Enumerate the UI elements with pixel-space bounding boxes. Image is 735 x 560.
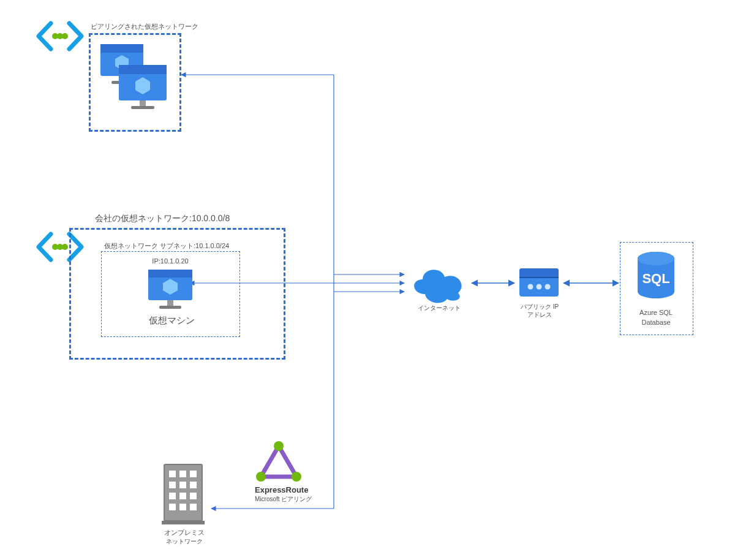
peered-vm-icon [97,44,170,120]
peered-vnet-title: ピアリングされた仮想ネットワーク [91,22,201,31]
svg-rect-52 [169,493,176,499]
svg-point-38 [638,252,674,265]
expressroute-sub: Microsoft ピアリング [255,495,312,504]
svg-point-42 [292,472,301,482]
public-ip-label2: アドレス [518,311,561,319]
svg-rect-20 [140,100,146,106]
onprem-label1: オンプレミス [157,528,212,537]
subnet-title: 仮想ネットワーク サブネット:10.1.0.0/24 [104,241,229,251]
svg-point-25 [62,244,68,250]
internet-icon [405,262,473,308]
svg-rect-46 [169,471,176,477]
sql-icon: SQL [634,251,678,308]
svg-rect-14 [100,44,143,53]
vm-icon [145,267,196,317]
svg-rect-50 [179,482,186,488]
svg-rect-58 [162,521,205,524]
svg-rect-51 [190,482,197,488]
svg-rect-27 [148,270,192,278]
svg-text:SQL: SQL [642,271,669,286]
svg-point-34 [528,284,533,290]
expressroute-icon [255,441,303,486]
onprem-icon [158,461,211,531]
svg-rect-57 [190,504,197,510]
internet-label: インターネット [417,304,462,312]
svg-rect-55 [169,504,176,510]
company-vnet-title: 会社の仮想ネットワーク:10.0.0.0/8 [95,213,230,224]
diagram-canvas: ピアリングされた仮想ネットワーク 会社の仮想ネットワーク:10.0.0.0/8 … [0,0,735,560]
svg-rect-47 [179,471,186,477]
sql-label2: Database [620,319,692,326]
svg-rect-53 [179,493,186,499]
svg-rect-56 [179,504,186,510]
svg-point-12 [57,33,63,39]
vm-label: 仮想マシン [129,315,214,327]
svg-rect-33 [519,277,559,278]
svg-point-35 [537,284,542,290]
svg-rect-54 [190,493,197,499]
svg-rect-28 [167,300,173,306]
sql-label1: Azure SQL [620,309,692,316]
svg-rect-19 [119,65,167,74]
svg-point-41 [274,441,284,451]
svg-rect-21 [131,106,154,109]
vm-ip-label: IP:10.1.0.20 [143,257,198,265]
svg-rect-32 [519,268,559,278]
svg-point-43 [256,472,266,482]
public-ip-icon [516,265,562,304]
svg-point-36 [545,284,551,290]
svg-rect-48 [190,471,197,477]
public-ip-label1: パブリック IP [518,303,561,311]
expressroute-name: ExpressRoute [255,485,308,494]
vnet-peering-icon [34,18,86,56]
svg-rect-29 [159,306,181,309]
svg-rect-49 [169,482,176,488]
onprem-label2: ネットワーク [157,537,212,546]
